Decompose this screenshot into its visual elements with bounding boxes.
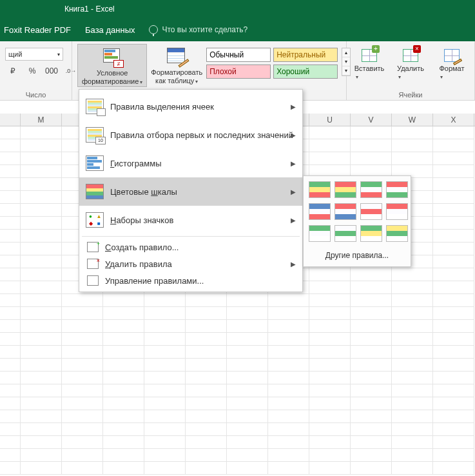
grid-cell[interactable] (0, 346, 21, 359)
style-neutral[interactable]: Нейтральный (273, 48, 338, 62)
grid-cell[interactable] (21, 294, 62, 307)
grid-cell[interactable] (186, 320, 227, 333)
grid-cell[interactable] (227, 346, 268, 359)
grid-cell[interactable] (227, 449, 268, 462)
grid-cell[interactable] (351, 320, 392, 333)
grid-cell[interactable] (186, 423, 227, 436)
grid-cell[interactable] (0, 359, 21, 372)
grid-cell[interactable] (0, 410, 21, 423)
grid-cell[interactable] (227, 384, 268, 397)
menu-clear-rules[interactable]: Удалить правила ▶ (79, 255, 302, 272)
grid-cell[interactable] (186, 436, 227, 449)
delete-cells-button[interactable]: × Удалить▾ (393, 46, 428, 80)
grid-cell[interactable] (103, 436, 144, 449)
grid-cell[interactable] (351, 281, 392, 294)
grid-cell[interactable] (433, 126, 474, 139)
grid-cell[interactable] (351, 449, 392, 462)
grid-cell[interactable] (351, 423, 392, 436)
col-header[interactable] (0, 114, 21, 126)
col-header[interactable]: V (351, 114, 392, 126)
grid-cell[interactable] (227, 372, 268, 384)
grid-cell[interactable] (309, 281, 351, 294)
grid-cell[interactable] (103, 397, 144, 410)
col-header[interactable]: M (21, 114, 62, 126)
grid-cell[interactable] (21, 410, 62, 423)
grid-cell[interactable] (351, 372, 392, 384)
grid-cell[interactable] (227, 436, 268, 449)
grid-cell[interactable] (62, 294, 103, 307)
grid-cell[interactable] (21, 191, 62, 204)
grid-cell[interactable] (144, 320, 186, 333)
grid-cell[interactable] (392, 423, 433, 436)
grid-cell[interactable] (21, 165, 62, 178)
grid-cell[interactable] (0, 462, 21, 475)
grid-cell[interactable] (309, 320, 351, 333)
grid-cell[interactable] (227, 294, 268, 307)
grid-cell[interactable] (433, 178, 474, 191)
grid-cell[interactable] (268, 397, 309, 410)
grid-cell[interactable] (0, 423, 21, 436)
grid-cell[interactable] (433, 320, 474, 333)
grid-cell[interactable] (21, 333, 62, 346)
grid-cell[interactable] (392, 307, 433, 320)
comma-button[interactable]: 000 (44, 63, 59, 79)
grid-cell[interactable] (21, 281, 62, 294)
grid-cell[interactable] (309, 359, 351, 372)
grid-cell[interactable] (392, 346, 433, 359)
grid-cell[interactable] (268, 372, 309, 384)
grid-cell[interactable] (186, 307, 227, 320)
grid-cell[interactable] (392, 294, 433, 307)
more-rules-link[interactable]: Другие правила... (309, 248, 405, 263)
grid-cell[interactable] (433, 243, 474, 255)
grid-cell[interactable] (0, 307, 21, 320)
grid-cell[interactable] (433, 268, 474, 281)
color-scale-swatch[interactable] (309, 225, 331, 242)
grid-cell[interactable] (62, 397, 103, 410)
grid-cell[interactable] (62, 449, 103, 462)
grid-cell[interactable] (144, 462, 186, 475)
color-scale-swatch[interactable] (334, 203, 356, 220)
format-cells-button[interactable]: Формат▾ (434, 46, 469, 80)
grid-cell[interactable] (351, 139, 392, 152)
grid-cell[interactable] (309, 268, 351, 281)
grid-cell[interactable] (103, 384, 144, 397)
grid-cell[interactable] (21, 139, 62, 152)
grid-cell[interactable] (186, 346, 227, 359)
grid-cell[interactable] (186, 410, 227, 423)
grid-cell[interactable] (144, 333, 186, 346)
grid-cell[interactable] (103, 307, 144, 320)
grid-cell[interactable] (186, 372, 227, 384)
menu-top-bottom-rules[interactable]: Правила отбора первых и последних значен… (79, 121, 302, 149)
currency-button[interactable]: ₽ (5, 63, 21, 79)
grid-cell[interactable] (433, 359, 474, 372)
grid-cell[interactable] (351, 436, 392, 449)
grid-cell[interactable] (227, 333, 268, 346)
grid-cell[interactable] (0, 152, 21, 165)
grid-cell[interactable] (0, 281, 21, 294)
grid-cell[interactable] (227, 307, 268, 320)
grid-cell[interactable] (103, 294, 144, 307)
grid-cell[interactable] (309, 462, 351, 475)
grid-cell[interactable] (268, 449, 309, 462)
grid-cell[interactable] (309, 397, 351, 410)
style-good[interactable]: Хороший (273, 64, 338, 79)
grid-cell[interactable] (186, 294, 227, 307)
grid-cell[interactable] (144, 294, 186, 307)
grid-cell[interactable] (21, 126, 62, 139)
grid-cell[interactable] (309, 333, 351, 346)
grid-cell[interactable] (103, 346, 144, 359)
menu-new-rule[interactable]: Создать правило... (79, 239, 302, 255)
grid-cell[interactable] (227, 462, 268, 475)
menu-icon-sets[interactable]: ●▲◆■ Наборы значков ▶ (79, 206, 302, 234)
grid-cell[interactable] (309, 436, 351, 449)
grid-cell[interactable] (309, 423, 351, 436)
grid-cell[interactable] (21, 204, 62, 217)
grid-cell[interactable] (268, 346, 309, 359)
grid-cell[interactable] (268, 436, 309, 449)
grid-cell[interactable] (0, 165, 21, 178)
grid-cell[interactable] (0, 397, 21, 410)
color-scale-swatch[interactable] (386, 203, 408, 220)
percent-button[interactable]: % (24, 63, 40, 79)
grid-cell[interactable] (392, 281, 433, 294)
grid-cell[interactable] (144, 359, 186, 372)
